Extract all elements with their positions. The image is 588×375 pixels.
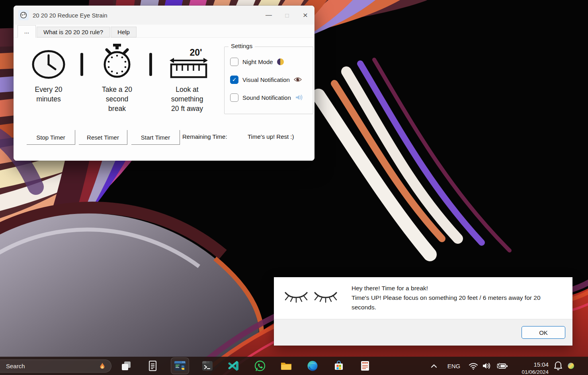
half-moon-icon [277,58,284,65]
whatsapp-icon[interactable] [252,358,268,374]
menu-tabstrip: ... What is 20 20 20 rule? Help [14,25,315,38]
remaining-time-label: Remaining Time: [182,133,227,140]
dialog-eyes [283,289,338,304]
settings-legend: Settings [229,43,255,49]
dialog-message: Hey there! Time for a break! Time's UP! … [352,284,559,312]
taskbar: Search [0,357,588,375]
tray-clock[interactable]: 15:04 01/06/2024 [514,361,549,375]
clock-icon [32,50,65,79]
file-explorer-icon[interactable] [278,358,294,374]
search-flame-icon [99,362,105,370]
copilot-partial-icon[interactable] [565,360,574,371]
tab-help[interactable]: Help [111,27,137,37]
vscode-icon[interactable] [226,358,242,374]
ruler-20ft-icon: 20' [169,47,209,80]
task-view-button[interactable] [118,358,134,374]
check-icon: ✓ [232,77,237,82]
stop-timer-button[interactable]: Stop Timer [27,130,75,145]
start-timer-button[interactable]: Start Timer [131,130,180,145]
step-caption: Take a 20 second break [85,85,149,113]
app-content: 20' Every 20 minutes Take a 20 second br… [14,38,315,161]
step-separator [80,53,83,76]
ok-button[interactable]: OK [522,326,565,339]
break-notification-dialog: Hey there! Time for a break! Time's UP! … [274,277,572,346]
window-title: 20 20 20 Reduce Eye Strain [33,12,107,19]
app-icon [18,10,29,20]
notepad-icon[interactable] [145,358,160,374]
terminal-icon[interactable] [199,358,215,374]
office-doc-icon[interactable] [357,358,373,374]
tray-date: 01/06/2024 [514,369,549,375]
minimize-button[interactable]: — [260,6,278,25]
settings-group: Settings ✓ Night Mode ✓ Visual Notificat… [224,47,313,114]
app-window: 20 20 20 Reduce Eye Strain — □ × ... Wha… [14,6,315,161]
sound-notification-checkbox[interactable]: ✓ [230,93,238,102]
ruler-label: 20' [189,47,202,58]
search-placeholder: Search [6,363,25,369]
speaker-icon [295,94,303,101]
dialog-body: Hey there! Time for a break! Time's UP! … [274,277,572,319]
night-mode-row[interactable]: ✓ Night Mode [230,56,284,67]
eye-icon [294,77,302,82]
taskbar-icons [118,358,373,374]
step-caption: Every 20 minutes [17,85,80,104]
night-mode-label: Night Mode [242,58,273,65]
system-tray: ENG [429,357,571,375]
sound-notification-label: Sound Notification [242,94,291,101]
wifi-icon[interactable] [468,362,479,370]
night-mode-checkbox[interactable]: ✓ [230,58,238,66]
language-indicator[interactable]: ENG [446,363,462,369]
visual-notification-row[interactable]: ✓ Visual Notification [230,74,302,85]
tab-overflow[interactable]: ... [18,25,36,38]
stopwatch-icon [98,43,136,80]
desktop: 20 20 20 Reduce Eye Strain — □ × ... Wha… [0,0,588,375]
visual-notification-label: Visual Notification [242,76,290,83]
tray-chevron-up-icon[interactable] [429,364,439,368]
store-icon[interactable] [331,358,347,374]
visual-notification-checkbox[interactable]: ✓ [230,76,238,84]
dialog-message-line1: Hey there! Time for a break! [352,284,559,293]
python-ide-button[interactable] [171,358,189,374]
sound-notification-row[interactable]: ✓ Sound Notification [230,92,303,103]
step-caption: Look at something 20 ft away [151,85,223,113]
closed-eye-icon [283,289,309,304]
volume-icon[interactable] [482,363,492,369]
search-input[interactable]: Search [0,359,111,373]
dialog-footer: OK [274,319,572,346]
edge-icon[interactable] [305,358,320,374]
dialog-message-line2: Time's UP! Please focus on something 20 … [352,293,559,312]
titlebar[interactable]: 20 20 20 Reduce Eye Strain — □ × [14,6,315,25]
reset-timer-button[interactable]: Reset Timer [79,130,127,145]
tab-what-is-rule[interactable]: What is 20 20 20 rule? [37,27,110,37]
tray-time: 15:04 [514,361,549,369]
close-button[interactable]: × [296,6,315,25]
remaining-time-value: Time's up! Rest :) [248,133,294,140]
step-separator [149,53,152,76]
battery-charging-icon[interactable] [496,362,508,369]
app-icon-eye [20,12,27,19]
maximize-button[interactable]: □ [278,6,296,25]
closed-eye-icon [313,289,338,304]
notification-bell-icon[interactable] [553,361,564,371]
